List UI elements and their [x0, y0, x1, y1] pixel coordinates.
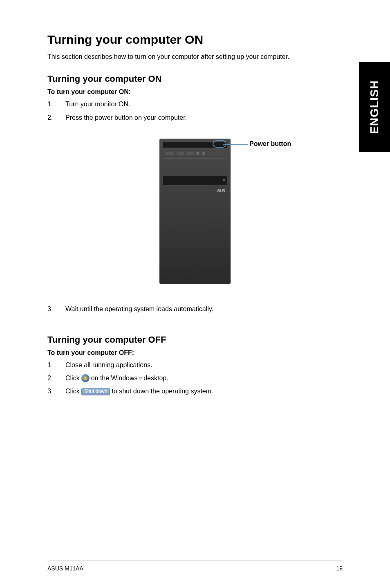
section-on-subheading: To turn your computer ON:	[47, 88, 343, 96]
step-text: Press the power button on your computer.	[65, 113, 187, 122]
on-steps-list: 1. Turn your monitor ON. 2. Press the po…	[47, 100, 343, 122]
list-item: 3. Wait until the operating system loads…	[47, 305, 343, 314]
figure-wrapper: /SUS Power button	[159, 139, 231, 284]
intro-text: This section describes how to turn on yo…	[47, 52, 343, 61]
page-content: Turning your computer ON This section de…	[0, 0, 390, 396]
step-text: Turn your monitor ON.	[65, 100, 130, 109]
step-number: 2.	[47, 113, 65, 122]
drive-indicator-icon	[223, 180, 225, 181]
computer-case-illustration: /SUS	[159, 139, 231, 284]
list-item: 3. Click Shut down to shut down the oper…	[47, 387, 343, 396]
port-icon	[186, 152, 194, 155]
port-icon	[165, 152, 174, 155]
registered-symbol: ®	[139, 376, 142, 381]
language-tab-text: ENGLISH	[368, 80, 381, 134]
step-number: 2.	[47, 374, 65, 383]
step-number: 1.	[47, 100, 65, 109]
list-item: 1. Close all running applications.	[47, 361, 343, 370]
power-button-label: Power button	[249, 140, 291, 148]
case-ports-row	[165, 151, 225, 156]
section-off-subheading: To turn your computer OFF:	[47, 349, 343, 357]
section-off-heading: Turning your computer OFF	[47, 334, 343, 345]
list-item: 1. Turn your monitor ON.	[47, 100, 343, 109]
off-steps-list: 1. Close all running applications. 2. Cl…	[47, 361, 343, 396]
step-suffix: to shut down the operating system.	[112, 387, 213, 396]
port-icon	[177, 152, 184, 155]
on-steps-list-continued: 3. Wait until the operating system loads…	[47, 305, 343, 314]
main-heading: Turning your computer ON	[47, 33, 343, 47]
footer-product: ASUS M11AA	[47, 565, 83, 572]
list-item: 2. Click on the Windows® desktop.	[47, 374, 343, 383]
windows-start-icon	[81, 374, 90, 382]
step-prefix: Click	[65, 387, 80, 396]
step-text: Click on the Windows® desktop.	[65, 374, 168, 383]
step-prefix: Click	[65, 374, 80, 383]
shutdown-button-icon: Shut down	[81, 388, 110, 395]
callout-line-icon	[223, 144, 248, 145]
brand-logo: /SUS	[217, 189, 225, 193]
case-divider	[163, 158, 227, 159]
section-off: Turning your computer OFF To turn your c…	[47, 334, 343, 396]
step-number: 1.	[47, 361, 65, 370]
port-icon	[202, 152, 205, 155]
language-tab: ENGLISH	[359, 62, 390, 152]
step-number: 3.	[47, 387, 65, 396]
step-text: Wait until the operating system loads au…	[65, 305, 213, 314]
step-suffix-a: on the Windows	[91, 374, 138, 383]
figure-container: /SUS Power button	[47, 139, 343, 284]
step-number: 3.	[47, 305, 65, 314]
port-icon	[196, 152, 199, 155]
step-suffix-b: desktop.	[143, 374, 168, 383]
list-item: 2. Press the power button on your comput…	[47, 113, 343, 122]
section-on-heading: Turning your computer ON	[47, 74, 343, 84]
page-footer: ASUS M11AA 19	[47, 561, 343, 572]
step-text: Click Shut down to shut down the operati…	[65, 387, 213, 396]
drive-bay	[163, 176, 227, 185]
step-text: Close all running applications.	[65, 361, 152, 370]
footer-page-number: 19	[336, 565, 343, 572]
power-button-highlight-icon	[213, 140, 226, 148]
